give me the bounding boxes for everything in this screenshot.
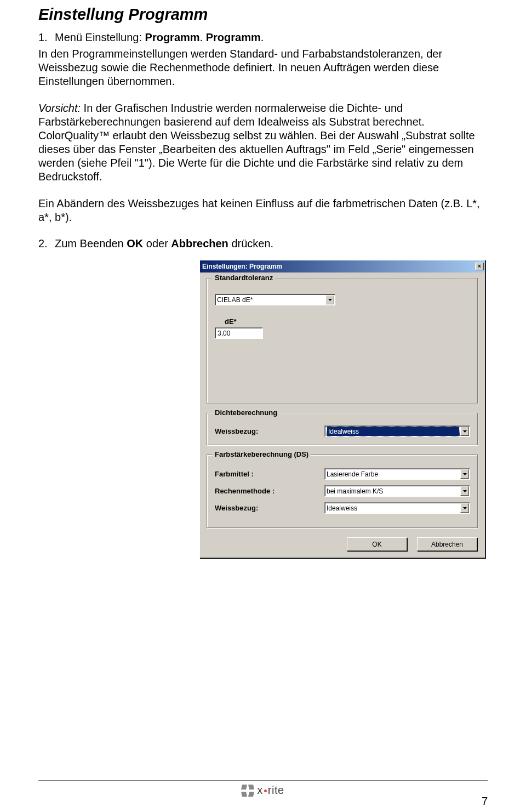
farbmittel-label: Farbmittel : [215,470,324,478]
rechenmethode-select[interactable]: bei maximalem K/S [324,485,470,497]
de-input[interactable]: 3,00 [215,327,263,339]
t: . [200,31,206,43]
t: OK [127,237,143,249]
svg-marker-2 [463,473,467,475]
xrite-logo: xrite [242,784,284,797]
chevron-down-icon [460,503,469,513]
brand-part-a: x [257,784,263,796]
svg-marker-0 [328,299,332,301]
farbmittel-select[interactable]: Lasierende Farbe [324,468,470,480]
ok-button[interactable]: OK [347,537,407,551]
farb-weissbezug-label: Weissbezug: [215,504,324,512]
xrite-logo-icon [242,785,254,797]
rechenmethode-label: Rechenmethode : [215,487,324,495]
de-label: dE* [225,317,470,326]
t: oder [143,237,171,249]
cancel-label: Abbrechen [431,541,463,548]
chevron-down-icon [325,295,334,304]
tolerance-method-value: CIELAB dE* [217,296,253,304]
close-icon: × [478,264,481,269]
rechenmethode-value: bei maximalem K/S [327,487,383,495]
caution-label: Vorsicht: [38,102,81,114]
tolerance-method-select[interactable]: CIELAB dE* [215,294,335,305]
dichte-weissbezug-label: Weissbezug: [215,427,324,435]
t: Abbrechen [171,237,228,249]
group-standardtoleranz: Standardtoleranz CIELAB dE* dE* 3,00 [207,278,478,404]
brand-part-b: rite [268,784,284,796]
svg-marker-4 [463,507,467,509]
farb-weissbezug-value: Idealweiss [327,504,357,512]
dichte-weissbezug-value: Idealweiss [327,427,460,436]
brand-dot-icon [264,790,267,792]
step-2-text: Zum Beenden OK oder Abbrechen drücken. [55,237,488,250]
t: Programm [206,31,261,43]
t: drücken. [228,237,273,249]
paragraph-intro: In den Programmeinstellungen werden Stan… [38,47,488,88]
t: Zum Beenden [55,237,127,249]
group-farbstaerke-legend: Farbstärkeberechnung (DS) [213,450,311,458]
dialog-titlebar[interactable]: Einstellungen: Programm × [200,260,485,272]
step-1: 1. Menü Einstellung: Programm. Programm. [38,31,488,44]
page-footer: xrite [38,780,488,797]
paragraph-caution: Vorsicht: In der Grafischen Industrie we… [38,101,488,184]
dialog-title: Einstellungen: Programm [202,263,475,270]
group-standardtoleranz-legend: Standardtoleranz [213,274,275,282]
step-1-number: 1. [38,31,55,44]
paragraph-note: Ein Abändern des Weissbezuges hat keinen… [38,197,488,224]
group-farbstaerke: Farbstärkeberechnung (DS) Farbmittel : L… [207,455,478,529]
cancel-button[interactable]: Abbrechen [417,537,477,551]
chevron-down-icon [460,469,469,479]
page-number: 7 [482,795,488,808]
chevron-down-icon [460,427,469,436]
group-dichteberechnung: Dichteberechnung Weissbezug: Idealweiss [207,413,478,446]
de-value: 3,00 [218,330,230,337]
group-dichteberechnung-legend: Dichteberechnung [213,408,279,417]
step-1-text: Menü Einstellung: Programm. Programm. [55,31,488,44]
settings-dialog: Einstellungen: Programm × Standardtolera… [199,260,485,558]
svg-marker-1 [463,430,467,433]
dichte-weissbezug-select[interactable]: Idealweiss [324,425,470,437]
step-2-number: 2. [38,237,55,250]
close-button[interactable]: × [475,263,484,270]
t: Programm [145,31,200,43]
step-2: 2. Zum Beenden OK oder Abbrechen drücken… [38,237,488,250]
page-heading: Einstellung Programm [38,5,488,24]
caution-text: In der Grafischen Industrie werden norma… [38,102,475,183]
farbmittel-value: Lasierende Farbe [327,470,378,478]
chevron-down-icon [460,486,469,496]
xrite-logo-text: xrite [257,784,284,797]
svg-marker-3 [463,490,467,492]
t: Menü Einstellung: [55,31,145,43]
farb-weissbezug-select[interactable]: Idealweiss [324,502,470,514]
t: . [261,31,264,43]
ok-label: OK [372,541,381,548]
